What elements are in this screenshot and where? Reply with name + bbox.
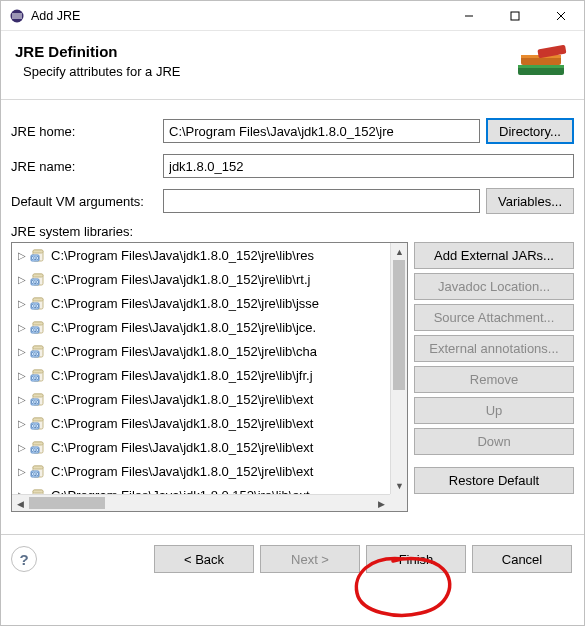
library-item[interactable]: ▷ 010 C:\Program Files\Java\jdk1.8.0_152… (12, 243, 390, 267)
chevron-right-icon[interactable]: ▷ (16, 418, 28, 429)
library-item[interactable]: ▷ 010 C:\Program Files\Java\jdk1.8.0_152… (12, 315, 390, 339)
remove-button[interactable]: Remove (414, 366, 574, 393)
library-path: C:\Program Files\Java\jdk1.8.0_152\jre\l… (51, 392, 313, 407)
library-item[interactable]: ▷ 010 C:\Program Files\Java\jdk1.8.0_152… (12, 339, 390, 363)
library-item[interactable]: ▷ 010 C:\Program Files\Java\jdk1.8.0_152… (12, 291, 390, 315)
svg-rect-2 (511, 12, 519, 20)
add-jre-dialog: Add JRE JRE Definition Specify attribute… (0, 0, 585, 626)
svg-rect-43 (33, 442, 43, 445)
library-path: C:\Program Files\Java\jdk1.8.0_152\jre\l… (51, 320, 316, 335)
wizard-header: JRE Definition Specify attributes for a … (1, 31, 584, 100)
svg-text:010: 010 (31, 448, 39, 453)
chevron-right-icon[interactable]: ▷ (16, 298, 28, 309)
jar-icon: 010 (30, 463, 46, 479)
vm-args-input[interactable] (163, 189, 480, 213)
library-path: C:\Program Files\Java\jdk1.8.0_152\jre\l… (51, 344, 317, 359)
window-controls (446, 1, 584, 30)
chevron-right-icon[interactable]: ▷ (16, 346, 28, 357)
jar-icon: 010 (30, 367, 46, 383)
close-button[interactable] (538, 1, 584, 30)
svg-rect-39 (33, 418, 43, 421)
jar-icon: 010 (30, 391, 46, 407)
up-button[interactable]: Up (414, 397, 574, 424)
page-subtitle: Specify attributes for a JRE (23, 64, 181, 79)
help-button[interactable]: ? (11, 546, 37, 572)
source-attachment-button[interactable]: Source Attachment... (414, 304, 574, 331)
library-path: C:\Program Files\Java\jdk1.8.0_152\jre\l… (51, 272, 310, 287)
system-libraries-label: JRE system libraries: (11, 224, 574, 239)
library-item[interactable]: ▷ 010 C:\Program Files\Java\jdk1.8.0_152… (12, 363, 390, 387)
chevron-right-icon[interactable]: ▷ (16, 250, 28, 261)
svg-rect-35 (33, 394, 43, 397)
library-item[interactable]: ▷ 010 C:\Program Files\Java\jdk1.8.0_152… (12, 411, 390, 435)
titlebar: Add JRE (1, 1, 584, 31)
scroll-thumb-horizontal[interactable] (29, 497, 105, 509)
restore-default-button[interactable]: Restore Default (414, 467, 574, 494)
jar-icon: 010 (30, 271, 46, 287)
directory-button[interactable]: Directory... (486, 118, 574, 144)
library-item[interactable]: ▷ 010 C:\Program Files\Java\jdk1.8.0_152… (12, 387, 390, 411)
chevron-right-icon[interactable]: ▷ (16, 322, 28, 333)
books-icon (516, 43, 570, 89)
page-title: JRE Definition (15, 43, 181, 60)
back-button[interactable]: < Back (154, 545, 254, 573)
library-buttons: Add External JARs... Javadoc Location...… (414, 242, 574, 512)
javadoc-location-button[interactable]: Javadoc Location... (414, 273, 574, 300)
library-path: C:\Program Files\Java\jdk1.8.0_152\jre\l… (51, 464, 313, 479)
system-libraries-tree[interactable]: ▷ 010 C:\Program Files\Java\jdk1.8.0_152… (11, 242, 408, 512)
down-button[interactable]: Down (414, 428, 574, 455)
library-item[interactable]: ▷ 010 C:\Program Files\Java\jdk1.8.0_152… (12, 459, 390, 483)
vertical-scrollbar[interactable]: ▲ ▼ (390, 243, 407, 494)
add-external-jars-button[interactable]: Add External JARs... (414, 242, 574, 269)
svg-text:010: 010 (31, 352, 39, 357)
scroll-down-icon[interactable]: ▼ (391, 477, 408, 494)
svg-text:010: 010 (31, 256, 39, 261)
horizontal-scrollbar[interactable]: ◀ ▶ (12, 494, 390, 511)
maximize-button[interactable] (492, 1, 538, 30)
content-area: JRE home: Directory... JRE name: Default… (1, 100, 584, 522)
next-button[interactable]: Next > (260, 545, 360, 573)
library-path: C:\Program Files\Java\jdk1.8.0_152\jre\l… (51, 368, 313, 383)
jar-icon: 010 (30, 319, 46, 335)
svg-rect-19 (33, 298, 43, 301)
svg-rect-11 (33, 250, 43, 253)
vm-args-label: Default VM arguments: (11, 194, 163, 209)
jar-icon: 010 (30, 439, 46, 455)
variables-button[interactable]: Variables... (486, 188, 574, 214)
library-path: C:\Program Files\Java\jdk1.8.0_152\jre\l… (51, 296, 319, 311)
library-item[interactable]: ▷ 010 C:\Program Files\Java\jdk1.8.0_152… (12, 435, 390, 459)
jre-home-label: JRE home: (11, 124, 163, 139)
svg-text:010: 010 (31, 304, 39, 309)
scroll-right-icon[interactable]: ▶ (373, 495, 390, 512)
library-item[interactable]: ▷ 010 C:\Program Files\Java\jdk1.8.0 152… (12, 483, 390, 494)
svg-text:010: 010 (31, 280, 39, 285)
wizard-button-bar: ? < Back Next > Finish Cancel (1, 535, 584, 585)
chevron-right-icon[interactable]: ▷ (16, 442, 28, 453)
scroll-up-icon[interactable]: ▲ (391, 243, 408, 260)
library-item[interactable]: ▷ 010 C:\Program Files\Java\jdk1.8.0_152… (12, 267, 390, 291)
scroll-thumb-vertical[interactable] (393, 260, 405, 390)
svg-text:010: 010 (31, 376, 39, 381)
chevron-right-icon[interactable]: ▷ (16, 394, 28, 405)
svg-text:010: 010 (31, 472, 39, 477)
svg-rect-31 (33, 370, 43, 373)
cancel-button[interactable]: Cancel (472, 545, 572, 573)
chevron-right-icon[interactable]: ▷ (16, 274, 28, 285)
external-annotations-button[interactable]: External annotations... (414, 335, 574, 362)
jar-icon: 010 (30, 247, 46, 263)
jar-icon: 010 (30, 415, 46, 431)
window-title: Add JRE (31, 9, 80, 23)
finish-button[interactable]: Finish (366, 545, 466, 573)
eclipse-icon (9, 8, 25, 24)
svg-rect-23 (33, 322, 43, 325)
jre-home-input[interactable] (163, 119, 480, 143)
chevron-right-icon[interactable]: ▷ (16, 370, 28, 381)
jre-name-input[interactable] (163, 154, 574, 178)
chevron-right-icon[interactable]: ▷ (16, 466, 28, 477)
svg-text:010: 010 (31, 400, 39, 405)
library-path: C:\Program Files\Java\jdk1.8.0_152\jre\l… (51, 248, 314, 263)
scroll-left-icon[interactable]: ◀ (12, 495, 29, 512)
jar-icon: 010 (30, 343, 46, 359)
minimize-button[interactable] (446, 1, 492, 30)
svg-rect-6 (518, 65, 564, 68)
